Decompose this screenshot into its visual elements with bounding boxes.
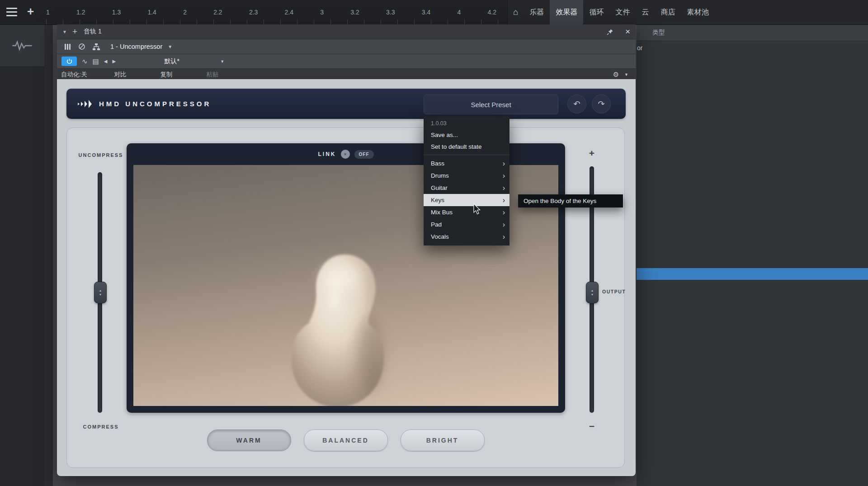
previous-preset-icon[interactable]: ◀ <box>104 59 108 64</box>
uncompress-slider-thumb[interactable]: ▴ ▾ <box>94 282 107 303</box>
chevron-down-icon[interactable]: ▼ <box>624 72 628 77</box>
paste-button[interactable]: 粘贴 <box>195 71 230 79</box>
browser-tab[interactable]: 乐器 <box>524 0 550 24</box>
browser-tab[interactable]: 素材池 <box>681 0 714 24</box>
browser-tab-label: 效果器 <box>556 8 577 17</box>
plugin-editor-window: ▼ + 音轨 1 × 1 - Uncompressor ▼ <box>57 24 636 476</box>
ruler-ticks <box>46 19 503 24</box>
chevron-down-icon: ▼ <box>220 59 224 64</box>
mode-buttons: WARM BALANCED BRIGHT <box>67 429 624 451</box>
redo-button[interactable]: ↷ <box>592 94 611 113</box>
preset-selector[interactable]: 默认* ▼ <box>117 54 227 68</box>
output-slider-thumb[interactable]: ▴ ▾ <box>586 282 599 303</box>
home-icon: ⌂ <box>513 7 518 17</box>
close-icon[interactable]: × <box>625 27 630 37</box>
browser-tab-label: 素材池 <box>687 8 708 17</box>
next-preset-icon[interactable]: ▶ <box>112 59 116 64</box>
routing-icon[interactable] <box>90 42 102 52</box>
browser-tab-label: 文件 <box>615 8 630 17</box>
preset-menu: 1.0.03 Save as... Set to default state B… <box>424 116 509 245</box>
track-list-gutter <box>44 24 53 486</box>
ruler-mark: 3.3 <box>386 9 395 16</box>
insert-slot-selector[interactable]: 1 - Uncompressor <box>110 43 162 50</box>
plugin-device: HMD UNCOMPRESSOR Select Preset ↶ ↷ UNCOM… <box>57 79 636 476</box>
browser-column-header[interactable]: 类型 <box>637 24 868 41</box>
gear-icon[interactable]: ⚙ <box>613 71 619 79</box>
screen: 类型 or + 11.21.31.422.22.32.433.23.33.444… <box>0 0 868 486</box>
browser-list-item-partial[interactable]: or <box>637 44 642 52</box>
link-label: LINK <box>318 151 336 157</box>
channel-view-icon[interactable] <box>61 42 73 52</box>
preset-file-icon[interactable]: ▤ <box>93 57 99 66</box>
automation-curve-icon[interactable]: ∿ <box>82 57 88 66</box>
automation-toggle[interactable]: 自动化:关 <box>57 71 91 79</box>
bypass-all-icon[interactable] <box>76 42 88 52</box>
ruler-mark: 4 <box>457 9 461 16</box>
preset-category-label: Bass <box>431 160 444 167</box>
browser-selected-row[interactable] <box>637 268 868 280</box>
thumb-down-arrow-icon: ▾ <box>99 293 101 297</box>
plugin-power-toggle[interactable] <box>61 57 77 66</box>
mode-button-label: WARM <box>236 437 261 444</box>
plugin-title: HMD UNCOMPRESSOR <box>99 100 211 108</box>
chevron-down-icon[interactable]: ▼ <box>168 44 172 49</box>
undo-button[interactable]: ↶ <box>567 94 586 113</box>
preset-category-item[interactable]: Guitar › <box>424 182 509 194</box>
preset-category-item[interactable]: Bass › <box>424 157 509 170</box>
browser-tab[interactable]: 文件 <box>609 0 636 24</box>
chevron-down-icon[interactable]: ▼ <box>62 29 67 34</box>
link-toggle-knob[interactable]: × <box>341 150 350 159</box>
track-header-cell[interactable] <box>0 24 44 67</box>
preset-menu-item[interactable]: Set to default state <box>424 141 509 152</box>
ruler-mark: 4.2 <box>487 9 496 16</box>
ruler-mark: 2 <box>183 9 187 16</box>
preset-category-item[interactable]: Drums › <box>424 170 509 182</box>
timeline-ruler[interactable]: 11.21.31.422.22.32.433.23.33.444.2 <box>44 0 503 24</box>
preset-submenu: Open the Body of the Keys <box>518 194 623 208</box>
browser-tab-label: 云 <box>642 8 649 17</box>
plugin-face: UNCOMPRESS ▴ ▾ COMPRESS LINK × OFF <box>66 127 625 468</box>
link-state-badge[interactable]: OFF <box>354 150 374 159</box>
preset-category-label: Drums <box>431 172 449 179</box>
pin-icon[interactable] <box>607 28 613 35</box>
preset-category-item[interactable]: Pad › <box>424 218 509 231</box>
editor-title-bar: ▼ + 音轨 1 × <box>57 24 636 39</box>
browser-tab[interactable]: 云 <box>636 0 655 24</box>
preset-submenu-item[interactable]: Open the Body of the Keys <box>518 194 623 208</box>
ruler-mark: 1.2 <box>76 9 85 16</box>
add-track-icon[interactable]: + <box>27 5 34 19</box>
menu-separator <box>424 155 509 155</box>
preset-category-item[interactable]: Mix Bus › <box>424 206 509 218</box>
preset-category-label: Vocals <box>431 233 449 240</box>
browser-tab-label: 循环 <box>589 8 604 17</box>
thumb-up-arrow-icon: ▴ <box>591 288 593 293</box>
output-increase-button[interactable]: + <box>580 148 603 159</box>
hamburger-menu-icon[interactable] <box>6 8 17 17</box>
ruler-mark: 1 <box>46 9 50 16</box>
mode-button[interactable]: WARM <box>207 429 291 451</box>
ruler-mark: 1.3 <box>112 9 121 16</box>
home-tab[interactable]: ⌂ <box>508 0 524 24</box>
preset-menu-item[interactable]: Save as... <box>424 129 509 141</box>
plugin-version: 1.0.03 <box>424 118 509 129</box>
hmd-logo-icon <box>77 99 93 109</box>
compare-button[interactable]: 对比 <box>103 71 137 79</box>
ruler-mark: 3.2 <box>350 9 359 16</box>
browser-panel: 类型 or <box>637 24 868 486</box>
browser-tab[interactable]: 商店 <box>655 0 681 24</box>
browser-tab[interactable]: 效果器 <box>550 0 583 24</box>
copy-button[interactable]: 复制 <box>149 71 184 79</box>
preset-category-label: Mix Bus <box>431 209 453 216</box>
thumb-down-arrow-icon: ▾ <box>591 293 593 297</box>
mode-button[interactable]: BALANCED <box>304 429 388 451</box>
mode-button[interactable]: BRIGHT <box>401 429 485 451</box>
browser-tab[interactable]: 循环 <box>583 0 609 24</box>
track-title: 音轨 1 <box>84 28 102 36</box>
plugin-header: HMD UNCOMPRESSOR Select Preset ↶ ↷ <box>66 89 626 119</box>
ruler-mark: 3.4 <box>422 9 430 16</box>
preset-menu-item-label: Save as... <box>431 132 458 138</box>
tab-list: 乐器 效果器 循环 文件 云 <box>524 0 714 24</box>
select-preset-button[interactable]: Select Preset <box>424 94 558 114</box>
preset-category-item[interactable]: Vocals › <box>424 231 509 243</box>
preset-category-item[interactable]: Keys › <box>424 194 509 206</box>
